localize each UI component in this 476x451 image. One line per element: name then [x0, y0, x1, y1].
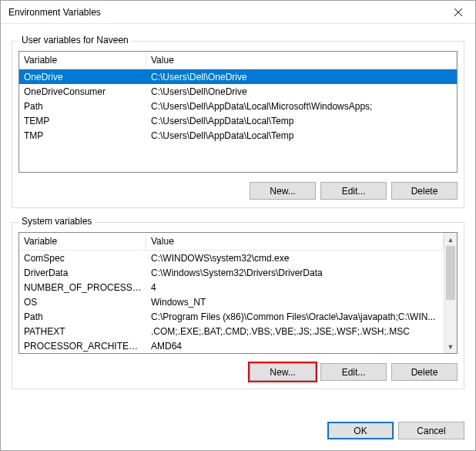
- cell-value: C:\WINDOWS\system32\cmd.exe: [146, 252, 444, 264]
- table-row[interactable]: DriverDataC:\Windows\System32\Drivers\Dr…: [19, 265, 444, 280]
- cell-value: AMD64: [146, 340, 444, 352]
- cell-variable: OneDriveConsumer: [19, 86, 146, 98]
- column-header-value[interactable]: Value: [146, 234, 444, 249]
- column-header-variable[interactable]: Variable: [19, 234, 146, 249]
- table-row[interactable]: OneDriveConsumerC:\Users\Dell\OneDrive: [19, 84, 457, 99]
- cell-variable: ComSpec: [19, 252, 146, 264]
- cell-value: Windows_NT: [146, 296, 444, 308]
- cell-variable: PATHEXT: [19, 325, 146, 338]
- cell-variable: OS: [19, 296, 146, 308]
- scroll-thumb[interactable]: [446, 246, 455, 300]
- user-new-button[interactable]: New...: [250, 182, 316, 200]
- system-new-button[interactable]: New...: [250, 363, 316, 381]
- cell-value: 4: [146, 281, 444, 294]
- table-row[interactable]: PathC:\Users\Dell\AppData\Local\Microsof…: [19, 99, 457, 113]
- window-title: Environment Variables: [8, 7, 441, 18]
- close-button[interactable]: [441, 1, 475, 23]
- scroll-down-icon[interactable]: ▼: [444, 340, 457, 353]
- cell-variable: NUMBER_OF_PROCESSORS: [19, 281, 146, 294]
- table-row[interactable]: TEMPC:\Users\Dell\AppData\Local\Temp: [19, 113, 457, 128]
- table-row[interactable]: PROCESSOR_ARCHITECTUREAMD64: [19, 338, 444, 353]
- cell-variable: OneDrive: [19, 71, 146, 83]
- close-icon: [454, 8, 462, 16]
- cell-value: C:\Users\Dell\AppData\Local\Temp: [146, 130, 457, 142]
- system-scrollbar[interactable]: ▲ ▼: [444, 233, 457, 353]
- system-table-body: ComSpecC:\WINDOWS\system32\cmd.exeDriver…: [19, 251, 444, 353]
- table-row[interactable]: NUMBER_OF_PROCESSORS4: [19, 280, 444, 294]
- table-row[interactable]: ComSpecC:\WINDOWS\system32\cmd.exe: [19, 251, 444, 265]
- system-button-row: New... Edit... Delete: [18, 363, 458, 381]
- user-variables-group: User variables for Naveen Variable Value…: [12, 41, 464, 208]
- system-variables-title: System variables: [18, 216, 95, 227]
- table-row[interactable]: TMPC:\Users\Dell\AppData\Local\Temp: [19, 128, 457, 143]
- system-table-header: Variable Value: [19, 233, 444, 251]
- cancel-button[interactable]: Cancel: [398, 422, 464, 439]
- system-variables-group: System variables Variable Value ComSpecC…: [12, 222, 464, 389]
- column-header-variable[interactable]: Variable: [19, 52, 146, 68]
- user-delete-button[interactable]: Delete: [391, 182, 458, 200]
- table-row[interactable]: OneDriveC:\Users\Dell\OneDrive: [19, 69, 457, 84]
- cell-variable: PROCESSOR_ARCHITECTURE: [19, 340, 146, 352]
- user-button-row: New... Edit... Delete: [18, 182, 458, 200]
- user-edit-button[interactable]: Edit...: [320, 182, 387, 200]
- titlebar: Environment Variables: [1, 1, 475, 24]
- user-table-header: Variable Value: [19, 52, 457, 69]
- system-variables-table[interactable]: Variable Value ComSpecC:\WINDOWS\system3…: [18, 232, 458, 354]
- dialog-content: User variables for Naveen Variable Value…: [1, 24, 475, 414]
- user-variables-title: User variables for Naveen: [18, 35, 132, 45]
- table-row[interactable]: PathC:\Program Files (x86)\Common Files\…: [19, 309, 444, 324]
- ok-button[interactable]: OK: [327, 422, 394, 439]
- scroll-up-icon[interactable]: ▲: [444, 233, 457, 246]
- user-table-body: OneDriveC:\Users\Dell\OneDriveOneDriveCo…: [19, 69, 457, 172]
- system-delete-button[interactable]: Delete: [391, 363, 458, 381]
- dialog-button-row: OK Cancel: [1, 414, 475, 450]
- system-edit-button[interactable]: Edit...: [320, 363, 387, 381]
- table-row[interactable]: PATHEXT.COM;.EXE;.BAT;.CMD;.VBS;.VBE;.JS…: [19, 324, 444, 338]
- column-header-value[interactable]: Value: [146, 52, 457, 68]
- cell-value: C:\Windows\System32\Drivers\DriverData: [146, 267, 444, 279]
- cell-value: C:\Users\Dell\AppData\Local\Microsoft\Wi…: [146, 100, 457, 113]
- cell-value: C:\Users\Dell\OneDrive: [146, 71, 457, 83]
- cell-variable: Path: [19, 100, 146, 113]
- cell-value: C:\Users\Dell\OneDrive: [146, 86, 457, 98]
- table-row[interactable]: OSWindows_NT: [19, 294, 444, 309]
- cell-value: C:\Program Files (x86)\Common Files\Orac…: [146, 311, 444, 323]
- cell-variable: DriverData: [19, 267, 146, 279]
- cell-variable: Path: [19, 311, 146, 323]
- cell-variable: TMP: [19, 130, 146, 142]
- cell-value: .COM;.EXE;.BAT;.CMD;.VBS;.VBE;.JS;.JSE;.…: [146, 325, 444, 338]
- user-variables-table[interactable]: Variable Value OneDriveC:\Users\Dell\One…: [18, 51, 458, 173]
- cell-value: C:\Users\Dell\AppData\Local\Temp: [146, 115, 457, 127]
- cell-variable: TEMP: [19, 115, 146, 127]
- environment-variables-dialog: Environment Variables User variables for…: [0, 0, 476, 451]
